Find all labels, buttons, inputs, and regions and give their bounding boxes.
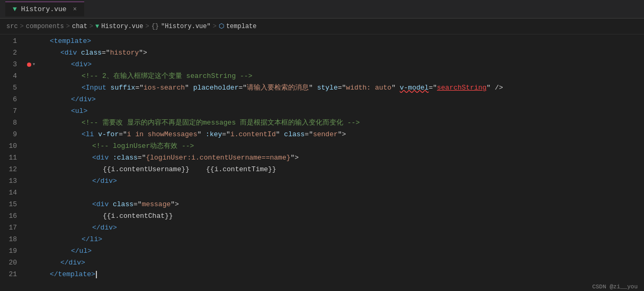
breadcrumb-template: template: [226, 23, 257, 30]
code-line-10: <!-- loginUser动态有效 -->: [37, 140, 644, 152]
code-line-8: <!-- 需要改 显示的内容不再是固定的messages 而是根据文本框的输入变…: [37, 117, 644, 129]
code-line-2: <div class="history">: [37, 47, 644, 59]
code-line-13: </div>: [37, 175, 644, 187]
code-line-15: <div class="message">: [37, 199, 644, 210]
code-line-5: <Input suffix="ios-search" placeholder="…: [37, 82, 644, 94]
code-line-16: {{i.contentChat}}: [37, 210, 644, 222]
breadcrumb: src > components > chat > ▼ History.vue …: [0, 19, 644, 34]
breadcrumb-src: src: [6, 23, 18, 30]
code-line-20: </div>: [37, 257, 644, 269]
code-line-17: </div>: [37, 222, 644, 234]
line-numbers: 1 2 3 4 5 6 7 8 9 10 11 12 13 14 15 16 1…: [0, 34, 26, 291]
breadcrumb-chat[interactable]: chat: [72, 23, 87, 30]
tab-label: History.vue: [21, 5, 67, 13]
code-line-14: [37, 187, 644, 199]
code-line-11: <div :class="{loginUser:i.contentUsernam…: [37, 152, 644, 164]
breadcrumb-quote-filename: "History.vue": [161, 23, 211, 30]
title-bar: ▼ History.vue ×: [0, 0, 644, 19]
bottom-label: CSDN @zi__you: [592, 284, 638, 290]
code-line-12: {{i.contentUsername}} {{i.contentTime}}: [37, 164, 644, 175]
breadcrumb-components: components: [26, 23, 64, 30]
error-dot: [27, 63, 31, 67]
code-line-19: </ul>: [37, 245, 644, 257]
breadcrumb-template-icon: ⬡: [219, 22, 224, 30]
breadcrumb-brace: {}: [151, 23, 159, 30]
vue-icon: ▼: [13, 5, 17, 13]
code-line-1: <template>: [37, 36, 644, 47]
tab-close-icon[interactable]: ×: [73, 6, 77, 13]
code-line-6: </div>: [37, 94, 644, 105]
code-line-21: </template>: [37, 269, 644, 280]
code-line-9: <li v-for="i in showMessages" :key="i.co…: [37, 129, 644, 140]
code-line-3: <div>: [37, 59, 644, 70]
code-line-7: <ul>: [37, 105, 644, 117]
breadcrumb-vue-icon: ▼: [95, 23, 99, 30]
editor: 1 2 3 4 5 6 7 8 9 10 11 12 13 14 15 16 1…: [0, 34, 644, 291]
code-line-4: <!-- 2、在输入框绑定这个变量 searchString -->: [37, 70, 644, 82]
breadcrumb-filename[interactable]: History.vue: [101, 23, 143, 30]
bottom-bar: CSDN @zi__you: [586, 283, 644, 291]
code-content: <template> <div class="history"> <div> <…: [37, 34, 644, 291]
gutter: ▾: [26, 34, 37, 291]
code-line-18: </li>: [37, 234, 644, 245]
expand-chevron[interactable]: ▾: [32, 59, 35, 70]
file-tab[interactable]: ▼ History.vue ×: [5, 2, 84, 16]
